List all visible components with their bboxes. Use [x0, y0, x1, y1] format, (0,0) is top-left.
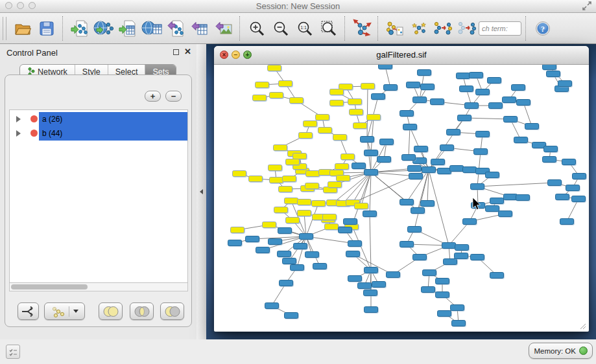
graph-node[interactable] — [474, 149, 488, 155]
export-table-button[interactable] — [187, 16, 211, 41]
graph-node[interactable] — [380, 139, 394, 145]
first-neighbors-button[interactable] — [383, 16, 407, 41]
graph-node-selected[interactable] — [348, 99, 362, 105]
graph-node[interactable] — [400, 111, 414, 117]
graph-node[interactable] — [431, 99, 444, 105]
graph-node[interactable] — [408, 166, 422, 172]
network-canvas[interactable] — [215, 65, 588, 331]
graph-node-selected[interactable] — [274, 145, 287, 151]
graph-node[interactable] — [547, 71, 560, 77]
graph-node[interactable] — [305, 252, 319, 258]
graph-edge[interactable] — [370, 214, 371, 270]
graph-node-selected[interactable] — [268, 65, 281, 71]
fullscreen-icon[interactable] — [582, 1, 591, 10]
export-image-button[interactable] — [211, 16, 235, 41]
graph-node[interactable] — [444, 259, 457, 265]
import-table-file-button[interactable] — [115, 16, 139, 41]
zoom-out-button[interactable] — [268, 16, 292, 41]
graph-node[interactable] — [423, 270, 436, 276]
graph-node[interactable] — [490, 198, 504, 204]
difference-button[interactable] — [160, 302, 184, 320]
graph-node-selected[interactable] — [263, 222, 276, 228]
graph-node[interactable] — [455, 253, 468, 259]
graph-node-selected[interactable] — [305, 183, 319, 189]
graph-node[interactable] — [421, 84, 435, 90]
graph-node[interactable] — [431, 159, 445, 165]
graph-node[interactable] — [450, 166, 464, 172]
float-panel-icon[interactable] — [173, 49, 179, 55]
help-button[interactable]: ? — [530, 16, 554, 41]
graph-node-selected[interactable] — [335, 164, 349, 170]
graph-node-selected[interactable] — [341, 154, 355, 160]
graph-node[interactable] — [364, 307, 378, 313]
graph-node[interactable] — [486, 172, 499, 178]
graph-node-selected[interactable] — [270, 177, 283, 183]
graph-edge[interactable] — [429, 170, 449, 245]
create-set-dropdown-button[interactable] — [44, 302, 85, 320]
zoom-in-button[interactable] — [244, 16, 268, 41]
graph-node-selected[interactable] — [330, 100, 344, 106]
graph-node[interactable] — [363, 211, 377, 217]
expander-icon[interactable] — [16, 130, 21, 137]
import-network-url-button[interactable] — [91, 16, 115, 41]
graph-node[interactable] — [447, 130, 460, 135]
horizontal-scrollbar[interactable] — [9, 283, 188, 291]
graph-node[interactable] — [372, 282, 386, 288]
graph-node-selected[interactable] — [293, 154, 307, 159]
graph-node[interactable] — [470, 73, 483, 78]
graph-node-selected[interactable] — [268, 165, 282, 171]
graph-node[interactable] — [346, 251, 360, 257]
graph-node-selected[interactable] — [231, 227, 244, 233]
graph-node[interactable] — [504, 194, 518, 200]
graph-node[interactable] — [352, 163, 366, 169]
graph-node[interactable] — [413, 97, 427, 103]
graph-node[interactable] — [377, 157, 391, 163]
graph-node[interactable] — [436, 279, 449, 284]
graph-node[interactable] — [422, 287, 435, 293]
new-network-from-selection-button[interactable] — [431, 16, 455, 41]
expander-icon[interactable] — [16, 116, 21, 122]
zoom-selected-button[interactable] — [316, 16, 340, 41]
zoom-actual-button[interactable]: 1:1 — [292, 16, 316, 41]
graph-node[interactable] — [422, 167, 436, 173]
graph-node-selected[interactable] — [256, 82, 269, 88]
graph-node[interactable] — [414, 146, 428, 152]
graph-node[interactable] — [403, 124, 417, 130]
graph-node[interactable] — [558, 81, 572, 87]
graph-node[interactable] — [400, 242, 414, 247]
graph-node[interactable] — [457, 73, 470, 79]
graph-node[interactable] — [476, 89, 490, 95]
graph-node-selected[interactable] — [355, 203, 368, 209]
graph-node[interactable] — [543, 65, 556, 70]
graph-node[interactable] — [463, 167, 477, 173]
graph-node[interactable] — [438, 168, 451, 174]
graph-node[interactable] — [421, 201, 435, 207]
graph-node[interactable] — [364, 290, 377, 296]
scrollbar-thumb[interactable] — [11, 284, 88, 290]
graph-node[interactable] — [400, 199, 414, 205]
graph-node[interactable] — [548, 180, 562, 186]
graph-node-selected[interactable] — [367, 115, 381, 120]
split-set-button[interactable] — [18, 302, 39, 320]
graph-node[interactable] — [280, 280, 293, 286]
graph-node[interactable] — [402, 155, 416, 161]
set-row-b[interactable]: b (44) — [10, 126, 187, 141]
graph-node[interactable] — [268, 239, 282, 245]
apply-layout-button[interactable] — [350, 16, 374, 41]
graph-node[interactable] — [544, 146, 558, 152]
graph-node[interactable] — [504, 117, 518, 122]
graph-node[interactable] — [438, 311, 451, 317]
graph-node[interactable] — [413, 255, 427, 260]
set-row-a[interactable]: a (26) — [10, 112, 187, 126]
graph-node[interactable] — [291, 265, 304, 271]
graph-node-selected[interactable] — [361, 84, 375, 89]
add-set-button[interactable]: + — [145, 91, 161, 102]
graph-node[interactable] — [436, 292, 449, 298]
graph-node-selected[interactable] — [325, 224, 339, 230]
graph-node[interactable] — [525, 124, 539, 130]
graph-node[interactable] — [458, 115, 471, 121]
graph-edge[interactable] — [449, 222, 470, 245]
graph-node[interactable] — [300, 234, 313, 240]
graph-node[interactable] — [278, 228, 292, 234]
graph-node[interactable] — [562, 159, 576, 165]
